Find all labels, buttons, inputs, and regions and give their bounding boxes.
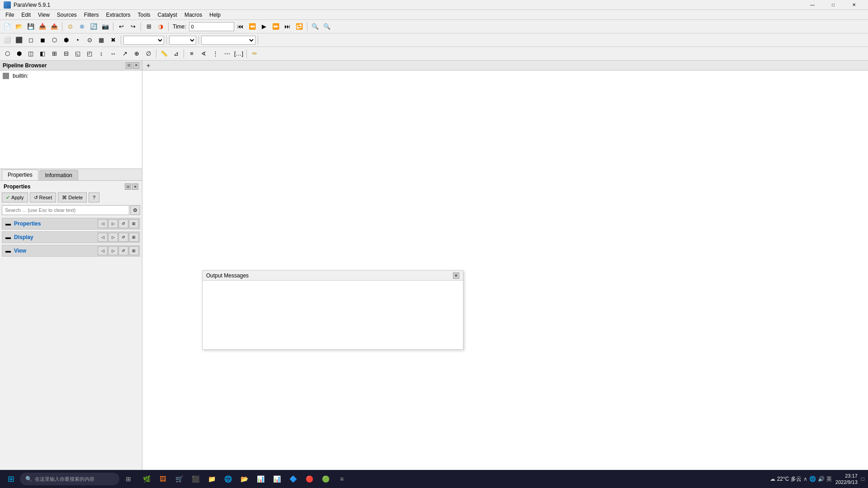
taskbar-app-store[interactable]: 🛒: [172, 472, 186, 486]
menu-macros[interactable]: Macros: [181, 11, 206, 19]
minimize-button[interactable]: —: [802, 0, 823, 10]
section-view-btn-1[interactable]: ◁: [98, 246, 108, 255]
select-poly2-btn[interactable]: ⬢: [61, 35, 71, 46]
undo-button[interactable]: ↩: [116, 21, 127, 32]
taskbar-search[interactable]: 🔍 在这里输入你要搜索的内容: [20, 473, 119, 485]
taskbar-app-explorer[interactable]: 📂: [237, 472, 251, 486]
taskbar-app-misc[interactable]: ≡: [335, 472, 349, 486]
menu-file[interactable]: File: [2, 11, 18, 19]
start-button[interactable]: ⊞: [4, 472, 18, 486]
taskbar-app-ppt[interactable]: 📊: [269, 472, 284, 486]
select-poly-btn[interactable]: ⬡: [49, 35, 60, 46]
menu-sources[interactable]: Sources: [53, 11, 80, 19]
3d-btn-2[interactable]: ⬢: [14, 48, 24, 59]
pipeline-item-builtin[interactable]: builtin:: [2, 72, 140, 80]
taskbar-clock[interactable]: 23:17 2022/9/13: [835, 473, 858, 486]
3d-btn-5[interactable]: ⊞: [49, 48, 60, 59]
taskbar-app-photos[interactable]: 🖼: [156, 472, 170, 486]
section-display-btn-3[interactable]: ↺: [118, 233, 128, 242]
delete-button[interactable]: ⌘ Delete: [58, 192, 87, 202]
taskbar-app-excel[interactable]: 📊: [253, 472, 268, 486]
3d-btn-10[interactable]: ↔: [108, 48, 118, 59]
properties-search-input[interactable]: [2, 205, 129, 215]
measure-btn[interactable]: 📏: [159, 48, 170, 59]
select-through-btn[interactable]: ◻: [25, 35, 36, 46]
taskbar-app-terminal[interactable]: ⬛: [188, 472, 203, 486]
select-surface2-btn[interactable]: ⬛: [14, 35, 24, 46]
section-display-btn-2[interactable]: ▷: [108, 233, 118, 242]
taskbar-app-paraview[interactable]: 🔷: [286, 472, 300, 486]
time-next-button[interactable]: ⏩: [270, 21, 281, 32]
select-surface-btn[interactable]: ⬜: [2, 35, 13, 46]
section-properties-btn-3[interactable]: ↺: [118, 219, 128, 228]
refresh-button[interactable]: 🔄: [88, 21, 99, 32]
output-messages-close-btn[interactable]: ✕: [453, 272, 459, 279]
time-play-button[interactable]: ▶: [259, 21, 269, 32]
section-view-btn-3[interactable]: ↺: [118, 246, 128, 255]
taskbar-app-files[interactable]: 📁: [204, 472, 219, 486]
orient-btn[interactable]: ⊿: [170, 48, 181, 59]
camera-button[interactable]: 📷: [100, 21, 111, 32]
close-button[interactable]: ✕: [844, 0, 864, 10]
save-button[interactable]: 💾: [25, 21, 36, 32]
load-state-button[interactable]: 📥: [37, 21, 48, 32]
select-pt-btn[interactable]: •: [72, 35, 83, 46]
menu-edit[interactable]: Edit: [18, 11, 34, 19]
pipeline-browser-close-btn[interactable]: ✕: [133, 62, 139, 69]
3d-btn-13[interactable]: ∅: [143, 48, 154, 59]
time-prev-step-button[interactable]: ⏮: [235, 21, 246, 32]
tray-notification-icon[interactable]: □: [861, 476, 864, 482]
reset-button[interactable]: ↺ Reset: [30, 192, 57, 202]
section-view-btn-4[interactable]: ⊞: [129, 246, 139, 255]
section-display-btn-1[interactable]: ◁: [98, 233, 108, 242]
properties-undock-btn[interactable]: ⊡: [125, 183, 131, 190]
task-view-button[interactable]: ⊞: [121, 472, 136, 486]
menu-tools[interactable]: Tools: [134, 11, 154, 19]
select-pt2-btn[interactable]: ⊙: [84, 35, 95, 46]
redo-button[interactable]: ↪: [127, 21, 138, 32]
3d-btn-9[interactable]: ↕: [96, 48, 107, 59]
representation-combo[interactable]: [123, 36, 164, 45]
maximize-button[interactable]: □: [823, 0, 844, 10]
tab-information[interactable]: Information: [39, 170, 78, 180]
add-view-tab[interactable]: +: [144, 61, 152, 70]
section-properties-btn-1[interactable]: ◁: [98, 219, 108, 228]
annot-btn-3[interactable]: ⋮: [210, 48, 221, 59]
time-loop-button[interactable]: 🔁: [294, 21, 305, 32]
3d-btn-6[interactable]: ⊟: [61, 48, 71, 59]
section-view-toggle[interactable]: ▬: [2, 245, 14, 257]
3d-btn-11[interactable]: ↗: [119, 48, 130, 59]
section-properties-label[interactable]: Properties: [14, 221, 98, 227]
menu-help[interactable]: Help: [206, 11, 224, 19]
taskbar-app-tree[interactable]: 🌿: [139, 472, 154, 486]
disconnect-button[interactable]: ⊗: [76, 21, 87, 32]
section-display-toggle[interactable]: ▬: [2, 231, 14, 243]
tray-chevron-icon[interactable]: ∧: [803, 476, 807, 482]
coloring-combo[interactable]: [169, 36, 196, 45]
annot-btn-5[interactable]: […]: [233, 48, 244, 59]
3d-btn-8[interactable]: ◰: [84, 48, 95, 59]
menu-catalyst[interactable]: Catalyst: [154, 11, 181, 19]
section-display-label[interactable]: Display: [14, 234, 98, 240]
time-input[interactable]: [189, 22, 234, 31]
menu-view[interactable]: View: [34, 11, 53, 19]
time-next-step-button[interactable]: ⏭: [282, 21, 293, 32]
zoom-in-button[interactable]: 🔍: [310, 21, 321, 32]
save-state-button[interactable]: 📤: [49, 21, 60, 32]
tab-properties[interactable]: Properties: [2, 169, 38, 180]
time-prev-button[interactable]: ⏪: [247, 21, 258, 32]
zoom-out-button[interactable]: 🔍: [321, 21, 332, 32]
menu-filters[interactable]: Filters: [80, 11, 103, 19]
colormap-combo[interactable]: [201, 36, 255, 45]
section-view-label[interactable]: View: [14, 248, 98, 254]
annot-btn-1[interactable]: ≡: [186, 48, 197, 59]
section-properties-btn-2[interactable]: ▷: [108, 219, 118, 228]
select-block-btn[interactable]: ▦: [96, 35, 107, 46]
interaction-button[interactable]: ⊞: [143, 21, 154, 32]
annot-btn-2[interactable]: ∢: [198, 48, 209, 59]
section-properties-toggle[interactable]: ▬: [2, 218, 14, 230]
help-button[interactable]: ?: [89, 192, 99, 202]
properties-close-btn[interactable]: ✕: [132, 183, 138, 190]
pipeline-browser-undock-btn[interactable]: ⊡: [126, 62, 132, 69]
menu-extractors[interactable]: Extractors: [103, 11, 134, 19]
